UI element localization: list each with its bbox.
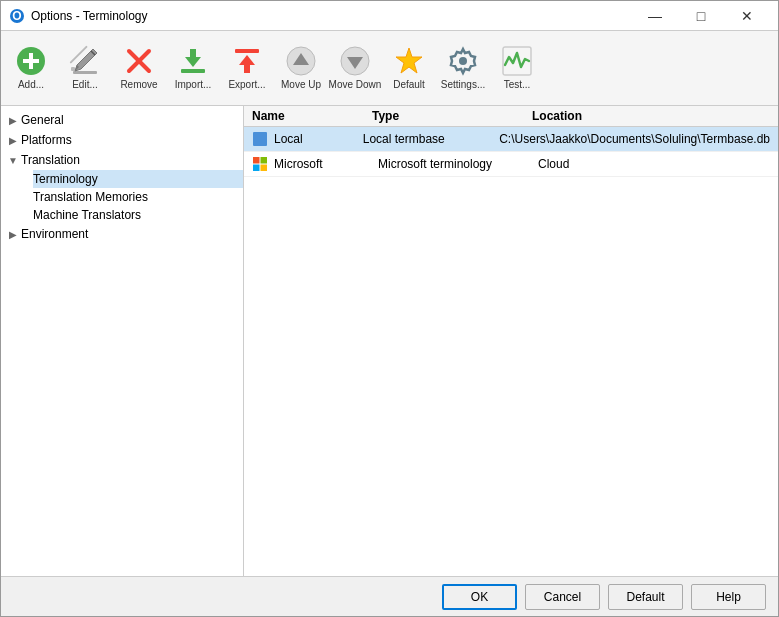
app-icon: O xyxy=(9,8,25,24)
svg-rect-7 xyxy=(71,67,75,71)
import-label: Import... xyxy=(175,79,212,91)
edit-icon xyxy=(69,45,101,77)
translation-children: Terminology Translation Memories Machine… xyxy=(1,170,243,224)
col-name-header: Name xyxy=(252,109,372,123)
svg-rect-12 xyxy=(190,49,196,59)
test-icon xyxy=(501,45,533,77)
translation-label: Translation xyxy=(21,153,80,167)
move-down-label: Move Down xyxy=(329,79,382,91)
footer: OK Cancel Default Help xyxy=(1,576,778,616)
footer-default-button[interactable]: Default xyxy=(608,584,683,610)
title-bar: O Options - Terminology — □ ✕ xyxy=(1,1,778,31)
sidebar-item-machine-translators[interactable]: Machine Translators xyxy=(33,206,243,224)
sidebar-item-terminology[interactable]: Terminology xyxy=(33,170,243,188)
platforms-label: Platforms xyxy=(21,133,72,147)
table-body: Local Local termbase C:\Users\Jaakko\Doc… xyxy=(244,127,778,576)
sidebar-item-environment[interactable]: ▶ Environment xyxy=(1,224,243,244)
terminology-label: Terminology xyxy=(33,172,98,186)
move-up-button[interactable]: Move Up xyxy=(275,36,327,101)
svg-text:O: O xyxy=(12,9,21,23)
remove-button[interactable]: Remove xyxy=(113,36,165,101)
export-label: Export... xyxy=(228,79,265,91)
window-controls: — □ ✕ xyxy=(632,1,770,31)
svg-marker-21 xyxy=(396,48,422,73)
export-button[interactable]: Export... xyxy=(221,36,273,101)
environment-toggle: ▶ xyxy=(5,226,21,242)
remove-label: Remove xyxy=(120,79,157,91)
sidebar-item-translation-memories[interactable]: Translation Memories xyxy=(33,188,243,206)
general-toggle: ▶ xyxy=(5,112,21,128)
test-button[interactable]: Test... xyxy=(491,36,543,101)
move-down-icon xyxy=(339,45,371,77)
sidebar-item-general[interactable]: ▶ General xyxy=(1,110,243,130)
svg-rect-5 xyxy=(73,71,97,74)
translation-toggle: ▼ xyxy=(5,152,21,168)
move-up-icon xyxy=(285,45,317,77)
table-header: Name Type Location xyxy=(244,106,778,127)
import-icon xyxy=(177,45,209,77)
sidebar-item-platforms[interactable]: ▶ Platforms xyxy=(1,130,243,150)
default-icon xyxy=(393,45,425,77)
settings-icon xyxy=(447,45,479,77)
general-label: General xyxy=(21,113,64,127)
row-microsoft-name: Microsoft xyxy=(274,157,378,171)
settings-button[interactable]: Settings... xyxy=(437,36,489,101)
settings-label: Settings... xyxy=(441,79,485,91)
table-row[interactable]: Local Local termbase C:\Users\Jaakko\Doc… xyxy=(244,127,778,152)
import-button[interactable]: Import... xyxy=(167,36,219,101)
svg-point-22 xyxy=(459,57,467,65)
help-button[interactable]: Help xyxy=(691,584,766,610)
sidebar: ▶ General ▶ Platforms ▼ Translation Term… xyxy=(1,106,244,576)
add-label: Add... xyxy=(18,79,44,91)
svg-rect-13 xyxy=(181,69,205,73)
svg-rect-26 xyxy=(253,165,260,172)
main-panel: Name Type Location Local Local termbase … xyxy=(244,106,778,576)
edit-label: Edit... xyxy=(72,79,98,91)
default-label: Default xyxy=(393,79,425,91)
table-row[interactable]: Microsoft Microsoft terminology Cloud xyxy=(244,152,778,177)
default-button[interactable]: Default xyxy=(383,36,435,101)
minimize-button[interactable]: — xyxy=(632,1,678,31)
add-button[interactable]: Add... xyxy=(5,36,57,101)
svg-rect-15 xyxy=(244,63,250,73)
add-icon xyxy=(15,45,47,77)
options-window: O Options - Terminology — □ ✕ Add... xyxy=(0,0,779,617)
environment-label: Environment xyxy=(21,227,88,241)
sidebar-item-translation[interactable]: ▼ Translation xyxy=(1,150,243,170)
local-termbase-icon xyxy=(252,131,268,147)
row-microsoft-type: Microsoft terminology xyxy=(378,157,538,171)
svg-rect-27 xyxy=(261,165,268,172)
col-location-header: Location xyxy=(532,109,770,123)
cancel-button[interactable]: Cancel xyxy=(525,584,600,610)
svg-rect-4 xyxy=(23,59,39,63)
edit-button[interactable]: Edit... xyxy=(59,36,111,101)
row-microsoft-location: Cloud xyxy=(538,157,770,171)
platforms-toggle: ▶ xyxy=(5,132,21,148)
move-up-label: Move Up xyxy=(281,79,321,91)
svg-rect-24 xyxy=(253,157,260,164)
maximize-button[interactable]: □ xyxy=(678,1,724,31)
window-title: Options - Terminology xyxy=(31,9,632,23)
row-local-type: Local termbase xyxy=(363,132,499,146)
content-area: ▶ General ▶ Platforms ▼ Translation Term… xyxy=(1,106,778,576)
move-down-button[interactable]: Move Down xyxy=(329,36,381,101)
col-type-header: Type xyxy=(372,109,532,123)
remove-icon xyxy=(123,45,155,77)
export-icon xyxy=(231,45,263,77)
toolbar: Add... Edit... xyxy=(1,31,778,106)
test-label: Test... xyxy=(504,79,531,91)
svg-rect-25 xyxy=(261,157,268,164)
row-local-location: C:\Users\Jaakko\Documents\Soluling\Termb… xyxy=(499,132,770,146)
translation-memories-label: Translation Memories xyxy=(33,190,148,204)
ok-button[interactable]: OK xyxy=(442,584,517,610)
row-local-name: Local xyxy=(274,132,363,146)
microsoft-icon xyxy=(252,156,268,172)
svg-rect-16 xyxy=(235,49,259,53)
machine-translators-label: Machine Translators xyxy=(33,208,141,222)
close-button[interactable]: ✕ xyxy=(724,1,770,31)
